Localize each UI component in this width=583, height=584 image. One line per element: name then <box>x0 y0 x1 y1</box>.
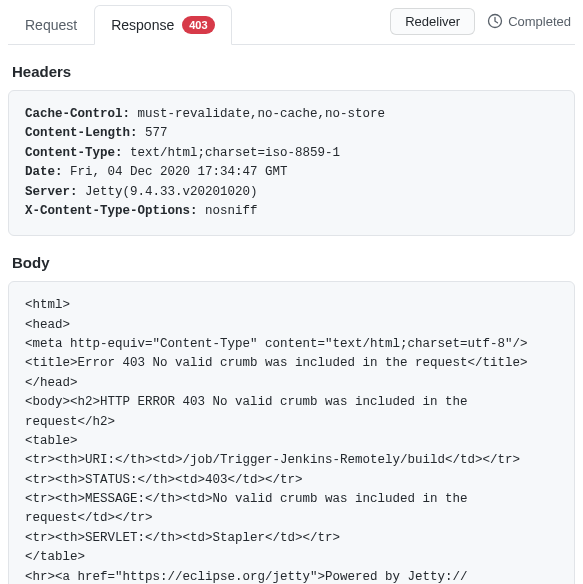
header-value: Fri, 04 Dec 2020 17:34:47 GMT <box>63 165 288 179</box>
header-name: Date: <box>25 165 63 179</box>
body-line: <tr><th>STATUS:</th><td>403</td></tr> <box>25 471 558 490</box>
header-value: text/html;charset=iso-8859-1 <box>123 146 341 160</box>
headers-heading: Headers <box>12 63 571 80</box>
body-line: <table> <box>25 432 558 451</box>
headers-block: Cache-Control: must-revalidate,no-cache,… <box>8 90 575 236</box>
tab-request[interactable]: Request <box>8 5 94 45</box>
header-name: Content-Type: <box>25 146 123 160</box>
redeliver-button[interactable]: Redeliver <box>390 8 475 35</box>
body-line: </head> <box>25 374 558 393</box>
body-line: <meta http-equiv="Content-Type" content=… <box>25 335 558 354</box>
body-line: <tr><th>URI:</th><td>/job/Trigger-Jenkin… <box>25 451 558 470</box>
delivery-status: Completed <box>487 13 571 29</box>
tab-response[interactable]: Response 403 <box>94 5 231 45</box>
tab-request-label: Request <box>25 17 77 33</box>
header-value: must-revalidate,no-cache,no-store <box>130 107 385 121</box>
body-line: </table> <box>25 548 558 567</box>
status-badge: 403 <box>182 16 214 34</box>
tab-response-label: Response <box>111 17 174 33</box>
header-value: nosniff <box>198 204 258 218</box>
body-line: <hr><a href="https://eclipse.org/jetty">… <box>25 568 558 585</box>
tab-bar: Request Response 403 Redeliver Completed <box>8 4 575 45</box>
body-line: <tr><th>MESSAGE:</th><td>No valid crumb … <box>25 490 558 529</box>
body-line: <head> <box>25 316 558 335</box>
body-line: <tr><th>SERVLET:</th><td>Stapler</td></t… <box>25 529 558 548</box>
header-name: Server: <box>25 185 78 199</box>
header-name: Cache-Control: <box>25 107 130 121</box>
body-heading: Body <box>12 254 571 271</box>
body-line: <body><h2>HTTP ERROR 403 No valid crumb … <box>25 393 558 432</box>
delivery-status-label: Completed <box>508 14 571 29</box>
header-name: Content-Length: <box>25 126 138 140</box>
body-line: <title>Error 403 No valid crumb was incl… <box>25 354 558 373</box>
body-block: <html><head><meta http-equiv="Content-Ty… <box>8 281 575 584</box>
header-name: X-Content-Type-Options: <box>25 204 198 218</box>
clock-icon <box>487 13 503 29</box>
body-line: <html> <box>25 296 558 315</box>
header-value: 577 <box>138 126 168 140</box>
header-value: Jetty(9.4.33.v20201020) <box>78 185 258 199</box>
